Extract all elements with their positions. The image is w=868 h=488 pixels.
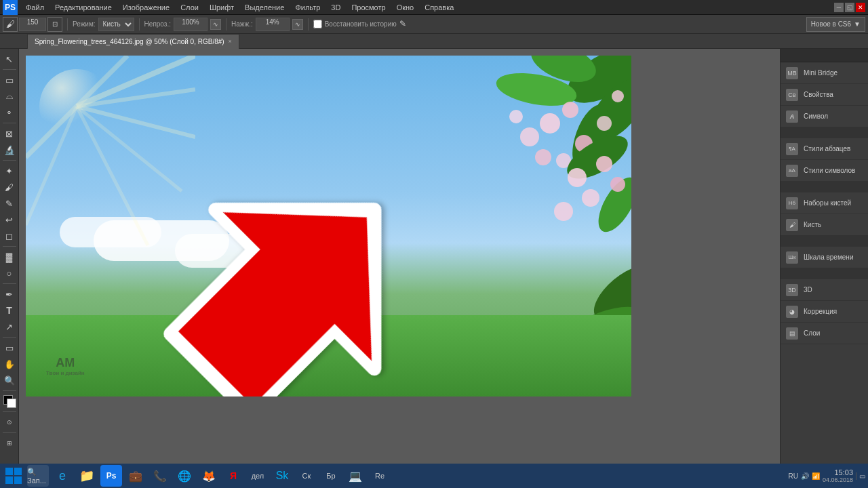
menu-3d[interactable]: 3D (326, 2, 346, 13)
brush-tool-left[interactable]: 🖌 (2, 180, 17, 195)
restore-history-checkbox[interactable] (313, 20, 322, 28)
char-styles-label: Стили символов (804, 167, 855, 174)
menu-layers[interactable]: Слои (175, 2, 204, 13)
properties-icon: Св (786, 89, 798, 101)
tab-close-btn[interactable]: × (229, 38, 232, 45)
history-brush-tool[interactable]: ↩ (2, 212, 17, 227)
opacity-input[interactable]: 100% (174, 18, 208, 31)
taskbar-search[interactable]: 🔍 Зап... (27, 465, 49, 487)
dodge-tool[interactable]: ○ (2, 266, 17, 281)
quick-select-tool[interactable]: ⚬ (2, 105, 17, 120)
taskbar-monitor[interactable]: 💻 (344, 465, 366, 487)
pressure-input[interactable]: 14% (256, 18, 290, 31)
taskbar-deals[interactable]: дел (247, 465, 269, 487)
panel-item-mini-bridge[interactable]: MB Mini Bridge (781, 62, 868, 84)
lasso-tool[interactable]: ⌓ (2, 89, 17, 104)
correction-icon: ◕ (786, 306, 798, 318)
panel-item-brush[interactable]: 🖌 Кисть (781, 214, 868, 236)
restore-btn[interactable]: ◱ (845, 3, 854, 12)
document-tab[interactable]: Spring_Flowering_trees_464126.jpg @ 50% … (27, 34, 239, 49)
lt-sep3 (3, 160, 16, 161)
panel-item-layers[interactable]: ▤ Слои (781, 323, 868, 344)
taskbar-firefox[interactable]: 🦊 (198, 465, 220, 487)
pen-tool[interactable]: ✒ (2, 287, 17, 302)
menu-font[interactable]: Шрифт (204, 2, 239, 13)
spot-heal-tool[interactable]: ✦ (2, 163, 17, 178)
char-styles-icon: aA (786, 165, 798, 177)
zoom-tool[interactable]: 🔍 (2, 373, 17, 388)
text-tool[interactable]: T (2, 303, 17, 318)
menu-filter[interactable]: Фильтр (290, 2, 326, 13)
panel-item-timeline[interactable]: Шк Шкала времени (781, 247, 868, 268)
taskbar-re[interactable]: Re (369, 465, 391, 487)
panel-item-3d[interactable]: 3D 3D (781, 279, 868, 301)
new-cs6-dropdown[interactable]: Новое в CS6 ▼ (806, 17, 865, 32)
taskbar-ie[interactable]: e (52, 465, 73, 487)
svg-rect-36 (5, 468, 13, 475)
lt-sep8 (3, 411, 16, 412)
svg-point-26 (568, 168, 587, 187)
eraser-tool[interactable]: ◻ (2, 228, 17, 243)
quick-mask-btn[interactable]: ⊙ (2, 415, 17, 430)
tray-volume[interactable]: 🔊 (801, 472, 809, 480)
taskbar-folder[interactable]: 📁 (76, 465, 98, 487)
menu-select[interactable]: Выделение (239, 2, 290, 13)
lt-sep7 (3, 390, 16, 391)
panel-item-symbol[interactable]: A Символ (781, 106, 868, 127)
minimize-btn[interactable]: ─ (834, 3, 844, 12)
screen-mode-btn[interactable]: ⊞ (2, 436, 17, 451)
mode-select[interactable]: Кисть (98, 18, 134, 31)
clock-time: 15:03 (823, 468, 853, 476)
taskbar-browser[interactable]: Бр (320, 465, 342, 487)
tray-lang[interactable]: RU (789, 472, 798, 480)
eyedropper-tool[interactable]: 🔬 (2, 142, 17, 157)
taskbar-phone[interactable]: 📞 (149, 465, 171, 487)
separator3 (226, 18, 226, 30)
menu-view[interactable]: Просмотр (346, 2, 391, 13)
3d-icon: 3D (786, 284, 798, 296)
stamp-tool[interactable]: ✎ (2, 196, 17, 211)
lt-sep5 (3, 283, 16, 284)
brush-preset-icon[interactable]: ⊡ (47, 17, 62, 32)
pressure-icon[interactable]: ∿ (292, 19, 303, 30)
taskbar-skype2[interactable]: Ск (296, 465, 317, 487)
tray-network[interactable]: 📶 (812, 472, 820, 480)
panel-item-correction[interactable]: ◕ Коррекция (781, 301, 868, 323)
history-icon[interactable]: ✎ (399, 19, 410, 30)
show-desktop[interactable]: ▭ (856, 472, 865, 480)
taskbar-ps[interactable]: Ps (100, 465, 122, 487)
menu-window[interactable]: Окно (391, 2, 420, 13)
menu-edit[interactable]: Редактирование (50, 2, 117, 13)
clock-date: 04.06.2018 (823, 476, 853, 483)
brush-icon: 🖌 (786, 219, 798, 231)
gradient-tool[interactable]: ▓ (2, 249, 17, 264)
brush-tool-icon[interactable]: 🖌 (3, 17, 18, 32)
canvas[interactable]: АМ Твои и дизайн (26, 56, 631, 396)
taskbar-briefcase[interactable]: 💼 (125, 465, 146, 487)
crop-tool[interactable]: ⊠ (2, 126, 17, 141)
panel-section1 (781, 127, 868, 138)
taskbar-skype[interactable]: Sk (271, 465, 293, 487)
brush-size-input[interactable]: 150 (19, 18, 46, 31)
panel-item-para-styles[interactable]: ¶A Стили абзацев (781, 138, 868, 160)
taskbar-chrome[interactable]: 🌐 (174, 465, 195, 487)
panel-item-brush-presets[interactable]: Нб Наборы кистей (781, 192, 868, 214)
panel-item-properties[interactable]: Св Свойства (781, 84, 868, 106)
menu-file[interactable]: Файл (20, 2, 50, 13)
correction-label: Коррекция (804, 308, 837, 315)
start-btn[interactable] (3, 465, 24, 487)
rect-select-tool[interactable]: ▭ (2, 73, 17, 87)
timeline-icon: Шк (786, 251, 798, 264)
close-btn[interactable]: ✕ (856, 3, 865, 12)
move-tool[interactable]: ↖ (2, 52, 17, 66)
taskbar-yandex[interactable]: Я (222, 465, 244, 487)
shape-tool[interactable]: ▭ (2, 340, 17, 355)
menu-help[interactable]: Справка (419, 2, 459, 13)
opacity-brush-icon[interactable]: ∿ (210, 19, 221, 30)
hand-tool[interactable]: ✋ (2, 357, 17, 371)
menu-image[interactable]: Изображение (117, 2, 175, 13)
color-swatches[interactable] (2, 394, 17, 409)
path-select-tool[interactable]: ↗ (2, 319, 17, 334)
canvas-area[interactable]: АМ Твои и дизайн (19, 49, 780, 473)
panel-item-char-styles[interactable]: aA Стили символов (781, 160, 868, 182)
